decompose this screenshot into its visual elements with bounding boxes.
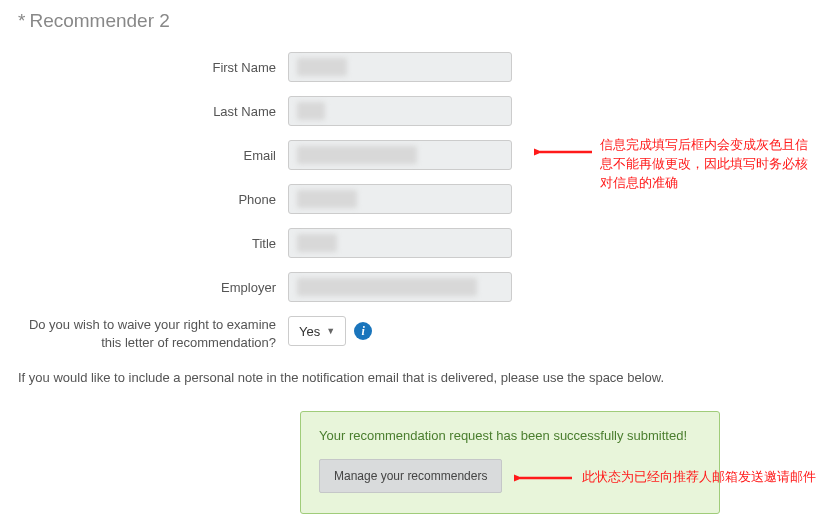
row-last-name: Last Name — [10, 96, 834, 126]
label-employer: Employer — [10, 280, 288, 295]
success-message: Your recommendation request has been suc… — [319, 428, 701, 443]
last-name-field — [288, 96, 512, 126]
annotation-text-2: 此状态为已经向推荐人邮箱发送邀请邮件 — [582, 468, 822, 487]
label-email: Email — [10, 148, 288, 163]
required-asterisk: * — [18, 10, 25, 31]
row-waive: Do you wish to waive your right to exami… — [10, 316, 834, 352]
title-field — [288, 228, 512, 258]
chevron-down-icon: ▼ — [326, 326, 335, 336]
email-field — [288, 140, 512, 170]
section-heading: *Recommender 2 — [10, 10, 834, 32]
waive-select[interactable]: Yes ▼ — [288, 316, 346, 346]
waive-select-value: Yes — [299, 324, 320, 339]
label-phone: Phone — [10, 192, 288, 207]
label-first-name: First Name — [10, 60, 288, 75]
row-title: Title — [10, 228, 834, 258]
label-last-name: Last Name — [10, 104, 288, 119]
section-title-text: Recommender 2 — [29, 10, 169, 31]
annotation-arrow-1 — [534, 145, 596, 159]
info-icon[interactable]: i — [354, 322, 372, 340]
employer-field — [288, 272, 512, 302]
row-employer: Employer — [10, 272, 834, 302]
annotation-text-1: 信息完成填写后框内会变成灰色且信息不能再做更改，因此填写时务必核对信息的准确 — [600, 136, 810, 193]
annotation-arrow-2 — [514, 471, 576, 485]
row-first-name: First Name — [10, 52, 834, 82]
first-name-field — [288, 52, 512, 82]
label-title: Title — [10, 236, 288, 251]
label-waive: Do you wish to waive your right to exami… — [10, 316, 288, 352]
phone-field — [288, 184, 512, 214]
success-panel: Your recommendation request has been suc… — [300, 411, 720, 514]
personal-note-instruction: If you would like to include a personal … — [10, 370, 834, 385]
manage-recommenders-button[interactable]: Manage your recommenders — [319, 459, 502, 493]
